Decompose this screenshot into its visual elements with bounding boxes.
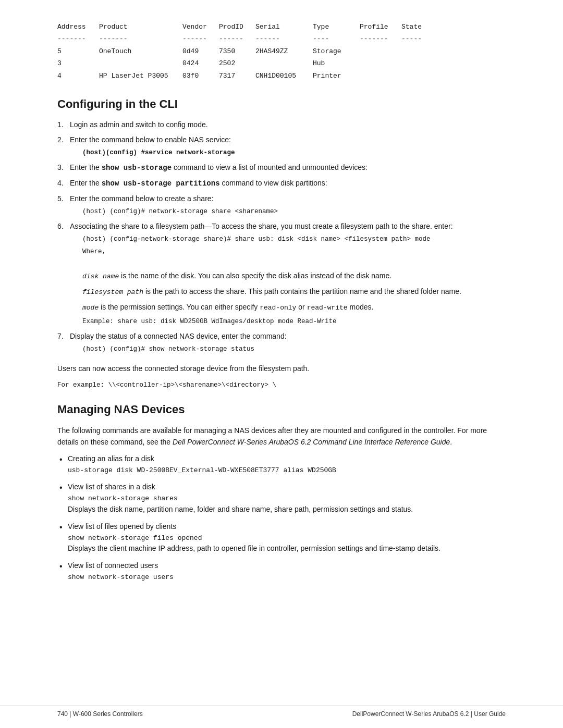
row3-serial: CNH1D00105 [255, 70, 313, 82]
step-definitions: disk name is the name of the disk. You c… [70, 270, 506, 327]
col-header-product: Product [99, 21, 182, 33]
def-text-after: modes. [348, 303, 374, 311]
step-text-after: command to view a list of mounted and un… [172, 163, 368, 171]
bullet-label: View list of files opened by clients [68, 522, 176, 530]
step-text-after: command to view disk partitions: [220, 179, 327, 187]
after-steps-text-1: Users can now access the connected stora… [57, 363, 506, 374]
sep-serial: ------ [255, 33, 313, 45]
step-text: Login as admin and switch to config mode… [70, 120, 208, 129]
row3-type: Printer [313, 70, 360, 82]
col-header-prodid: ProdID [219, 21, 255, 33]
def-text-1: is the name of the disk. You can also sp… [119, 272, 391, 280]
def-italic-2: filesystem path [82, 288, 143, 296]
step-code: (host) (config)# show network-storage st… [70, 344, 506, 354]
sep-type: ---- [313, 33, 360, 45]
definition-item: filesystem path is the path to access th… [82, 286, 506, 298]
list-item: 4. Enter the show usb-storage partitions… [57, 178, 506, 189]
step-text: Enter the command below to create a shar… [70, 194, 213, 203]
definition-item: mode is the permission settings. You can… [82, 301, 506, 314]
row1-profile [360, 45, 401, 57]
footer-right-text: DellPowerConnect W-Series ArubaOS 6.2 | … [352, 710, 506, 718]
def-code-2: read-write [307, 304, 348, 312]
row2-state [401, 57, 433, 69]
row3-product: HP LaserJet P3005 [99, 70, 182, 82]
bullet-code: show network-storage files opened [68, 534, 202, 542]
row2-serial [255, 57, 313, 69]
step-number: 7. [57, 331, 64, 342]
step-number: 5. [57, 193, 64, 204]
def-text-3: is the permission settings. You can eith… [99, 303, 260, 311]
row2-product [99, 57, 182, 69]
table-row: 3 0424 2502 Hub [57, 57, 506, 69]
def-code-1: read-only [260, 304, 296, 312]
col-header-serial: Serial [255, 21, 313, 33]
list-item: 5. Enter the command below to create a s… [57, 193, 506, 217]
list-item: 2. Enter the command below to enable NAS… [57, 134, 506, 158]
col-header-vendor: Vendor [182, 21, 219, 33]
configuring-steps-list: 1. Login as admin and switch to config m… [57, 119, 506, 354]
row3-profile [360, 70, 401, 82]
table-row: 4 HP LaserJet P3005 03f0 7317 CNH1D00105… [57, 70, 506, 82]
step-number: 6. [57, 221, 64, 232]
def-text-2: is the path to access the share. This pa… [143, 287, 461, 295]
sep-address: ------- [57, 33, 99, 45]
list-item: View list of files opened by clients sho… [57, 521, 506, 554]
list-item: View list of shares in a disk show netwo… [57, 482, 506, 515]
managing-bullet-list: Creating an alias for a disk usb-storage… [57, 453, 506, 583]
col-header-profile: Profile [360, 21, 401, 33]
list-item: 6. Associating the share to a filesystem… [57, 221, 506, 327]
bullet-label: View list of shares in a disk [68, 483, 155, 491]
row1-state [401, 45, 433, 57]
step-text: Enter the command below to enable NAS se… [70, 135, 231, 144]
col-header-type: Type [313, 21, 360, 33]
page-footer: 740 | W-600 Series Controllers DellPower… [0, 706, 563, 718]
row1-address: 5 [57, 45, 99, 57]
managing-heading: Managing NAS Devices [57, 403, 506, 416]
step-text-before: Enter the [70, 163, 102, 171]
managing-intro: The following commands are available for… [57, 425, 506, 448]
after-steps-text-2: For example: \\<controller-ip>\<sharenam… [57, 380, 506, 390]
managing-italic-title: Dell PowerConnect W-Series ArubaOS 6.2 C… [173, 438, 450, 446]
step-where: Where, [70, 246, 506, 257]
configuring-heading: Configuring in the CLI [57, 97, 506, 111]
list-item: 3. Enter the show usb-storage command to… [57, 162, 506, 174]
step-bold: show usb-storage [102, 164, 172, 172]
def-italic-3: mode [82, 304, 99, 312]
step-code: (host) (config)# network-storage share <… [70, 206, 506, 217]
list-item: 7. Display the status of a connected NAS… [57, 331, 506, 354]
row1-serial: 2HAS49ZZ [255, 45, 313, 57]
step-text-before: Enter the [70, 179, 102, 187]
step-number: 1. [57, 119, 64, 130]
row2-type: Hub [313, 57, 360, 69]
bullet-code: show network-storage shares [68, 495, 178, 502]
row3-address: 4 [57, 70, 99, 82]
step-bold: show usb-storage partitions [102, 179, 220, 188]
sep-profile: ------- [360, 33, 401, 45]
bullet-label: View list of connected users [68, 561, 158, 570]
col-header-state: State [401, 21, 433, 33]
step-number: 4. [57, 178, 64, 189]
bullet-description: Displays the client machine IP address, … [68, 544, 440, 552]
step-text: Associating the share to a filesystem pa… [70, 222, 453, 230]
table-row: 5 OneTouch 0d49 7350 2HAS49ZZ Storage [57, 45, 506, 57]
row1-type: Storage [313, 45, 360, 57]
sep-vendor: ------ [182, 33, 219, 45]
bullet-label: Creating an alias for a disk [68, 454, 154, 463]
bullet-code: usb-storage disk WD-2500BEV_External-WD-… [68, 466, 336, 474]
managing-intro-end: . [450, 438, 452, 446]
row3-prodid: 7317 [219, 70, 255, 82]
row2-vendor: 0424 [182, 57, 219, 69]
sep-prodid: ------ [219, 33, 255, 45]
def-text-mid: or [296, 303, 307, 311]
row1-product: OneTouch [99, 45, 182, 57]
footer-left-text: 740 | W-600 Series Controllers [57, 710, 143, 718]
list-item: 1. Login as admin and switch to config m… [57, 119, 506, 130]
sep-state: ----- [401, 33, 433, 45]
row2-prodid: 2502 [219, 57, 255, 69]
list-item: Creating an alias for a disk usb-storage… [57, 453, 506, 476]
list-item: View list of connected users show networ… [57, 560, 506, 583]
step-example: Example: share usb: disk WD250GB WdImage… [82, 316, 506, 327]
bullet-description: Displays the disk name, partition name, … [68, 505, 413, 513]
table-header-row: Address Product Vendor ProdID Serial Typ… [57, 21, 506, 33]
step-code: (host) (config-network-storage share)# s… [70, 234, 506, 244]
